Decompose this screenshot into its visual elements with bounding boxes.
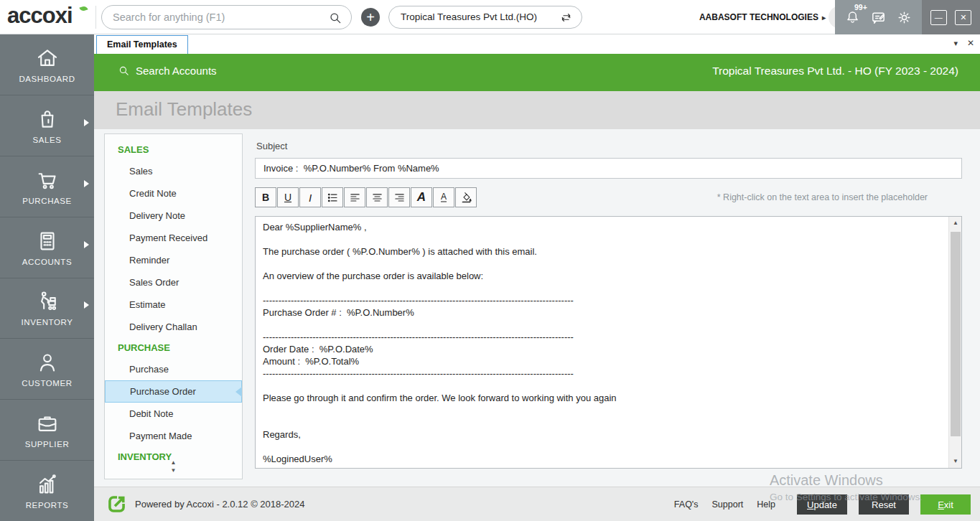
scrollbar-thumb[interactable]	[951, 232, 961, 436]
nav-row[interactable]: SALES	[105, 140, 242, 160]
nav-row-label: Delivery Note	[129, 210, 185, 221]
nav-row[interactable]: Purchase	[105, 358, 242, 380]
search-accounts-icon	[118, 65, 130, 77]
footer-bar: Powered by Accoxi - 2.0.12 © 2018-2024 F…	[94, 487, 980, 521]
footer-button[interactable]: Update	[797, 494, 847, 515]
subject-input[interactable]	[255, 158, 962, 179]
calculator-icon	[35, 229, 60, 253]
search-icon[interactable]	[328, 11, 342, 25]
search-accounts-button[interactable]: Search Accounts	[118, 65, 217, 77]
nav-row[interactable]: Payment Made	[105, 425, 242, 447]
scrollbar-down-icon[interactable]: ▼	[949, 456, 962, 467]
company-fiscal-year: Tropical Treasures Pvt Ltd. - HO (FY 202…	[712, 65, 958, 78]
align-center-button[interactable]	[366, 187, 388, 207]
switch-company-icon[interactable]	[559, 11, 573, 24]
add-new-button[interactable]: +	[361, 8, 380, 27]
nav-row[interactable]: Credit Note	[105, 182, 242, 205]
align-right-button[interactable]	[388, 187, 410, 207]
scroll-down-icon[interactable]: ▼	[105, 466, 242, 474]
sidebar-item[interactable]: SUPPLIER	[0, 399, 94, 460]
page-header: Email Templates	[94, 91, 980, 129]
org-name: AABASOFT TECHNOLOGIES	[699, 12, 818, 22]
tab-close-icon[interactable]: ✕	[967, 38, 974, 48]
format-toolbar: B U I	[255, 187, 477, 207]
nav-row[interactable]: Purchase Order	[105, 380, 242, 403]
accoxi-logo-text: accoxi	[7, 3, 73, 28]
tab-email-templates[interactable]: Email Templates	[96, 35, 188, 54]
italic-button[interactable]: I	[299, 187, 321, 207]
nav-row-label: Reminder	[129, 255, 169, 266]
global-search-input[interactable]	[113, 9, 321, 25]
accoxi-logo: accoxi	[7, 3, 93, 32]
sidebar-item[interactable]: REPORTS	[0, 460, 94, 521]
footer-button[interactable]: Exit	[920, 494, 971, 515]
sidebar-item-label: SUPPLIER	[25, 440, 70, 449]
footer-button[interactable]: Reset	[859, 494, 909, 515]
cart-icon	[35, 168, 60, 192]
org-caret-icon: ▸	[822, 14, 826, 22]
sidebar-item-label: REPORTS	[26, 501, 69, 510]
page-title: Email Templates	[116, 98, 252, 121]
settings-gear-icon[interactable]	[896, 9, 913, 26]
body-area: SALES Sales Credit Note Delivery Note Pa…	[94, 129, 980, 487]
footer-link[interactable]: Support	[712, 499, 744, 510]
nav-row[interactable]: Delivery Challan	[105, 316, 242, 338]
align-left-button[interactable]	[344, 187, 365, 207]
sales-bag-icon	[35, 107, 60, 131]
account-bar: Search Accounts Tropical Treasures Pvt L…	[94, 54, 980, 91]
align-center-icon	[371, 192, 383, 204]
minimize-button[interactable]: —	[930, 10, 947, 25]
nav-row[interactable]: Delivery Note	[105, 205, 242, 227]
nav-row[interactable]: Payment Received	[105, 227, 242, 249]
sidebar-item[interactable]: INVENTORY	[0, 278, 94, 339]
email-body-box: Dear %SupplierName% , The purchase order…	[255, 216, 962, 469]
nav-row[interactable]: Estimate	[105, 294, 242, 316]
nav-row[interactable]: PURCHASE	[105, 338, 242, 358]
footer-link[interactable]: Help	[757, 499, 775, 510]
trolley-icon	[35, 289, 60, 314]
sidebar-item-label: INVENTORY	[21, 318, 73, 327]
sidebar-item-label: ACCOUNTS	[22, 258, 72, 266]
accoxi-app-window: accoxi + Tropical Treasures Pvt Ltd.(HO)…	[0, 0, 980, 521]
font-color-button[interactable]: A	[433, 187, 454, 207]
sidebar-item[interactable]: PURCHASE	[0, 156, 94, 217]
search-accounts-label: Search Accounts	[136, 65, 217, 77]
underline-button[interactable]: U	[277, 187, 299, 207]
footer-buttons: UpdateResetExit	[797, 494, 971, 515]
sidebar-item[interactable]: DASHBOARD	[0, 34, 94, 95]
company-selector[interactable]: Tropical Treasures Pvt Ltd.(HO)	[388, 6, 582, 29]
nav-row-label: Debit Note	[129, 408, 173, 419]
template-nav-list: SALES Sales Credit Note Delivery Note Pa…	[105, 140, 242, 467]
nav-row[interactable]: Sales	[105, 160, 242, 182]
nav-row[interactable]: Sales Order	[105, 271, 242, 294]
sidebar-item[interactable]: SALES	[0, 95, 94, 156]
fill-color-button[interactable]	[455, 187, 477, 207]
scroll-up-icon[interactable]: ▲	[105, 459, 242, 466]
nav-row-label: Sales	[129, 166, 153, 177]
email-body-textarea[interactable]: Dear %SupplierName% , The purchase order…	[256, 217, 949, 468]
nav-row-label: Purchase Order	[130, 386, 196, 397]
bullet-list-button[interactable]	[322, 187, 343, 207]
nav-row[interactable]: Debit Note	[105, 403, 242, 425]
fill-color-icon	[460, 192, 472, 204]
divider	[95, 6, 96, 29]
nav-row[interactable]: Reminder	[105, 249, 242, 271]
font-button[interactable]: A	[411, 187, 432, 207]
messages-icon[interactable]	[870, 9, 887, 26]
sidebar-item[interactable]: ACCOUNTS	[0, 217, 94, 278]
footer-link[interactable]: FAQ's	[674, 499, 699, 510]
bold-button[interactable]: B	[255, 187, 276, 207]
vertical-scrollbar[interactable]: ▲ ▼	[948, 217, 961, 468]
close-window-button[interactable]: ✕	[955, 10, 971, 25]
org-menu[interactable]: AABASOFT TECHNOLOGIES▸	[699, 0, 826, 34]
chart-icon	[35, 472, 60, 497]
nav-row-label: Sales Order	[129, 277, 179, 288]
main-sidebar: DASHBOARD SALES PURCHASE ACCOUNTS INVENT…	[0, 34, 94, 521]
scrollbar-up-icon[interactable]: ▲	[949, 217, 962, 229]
subject-label: Subject	[256, 141, 287, 151]
placeholder-hint: * Right-click on the text area to insert…	[717, 192, 928, 202]
sidebar-item[interactable]: CUSTOMER	[0, 338, 94, 399]
tab-list-caret-icon[interactable]: ▾	[953, 39, 958, 48]
accoxi-mark-icon	[107, 494, 126, 514]
tab-strip: Email Templates ▾ ✕	[94, 34, 980, 54]
